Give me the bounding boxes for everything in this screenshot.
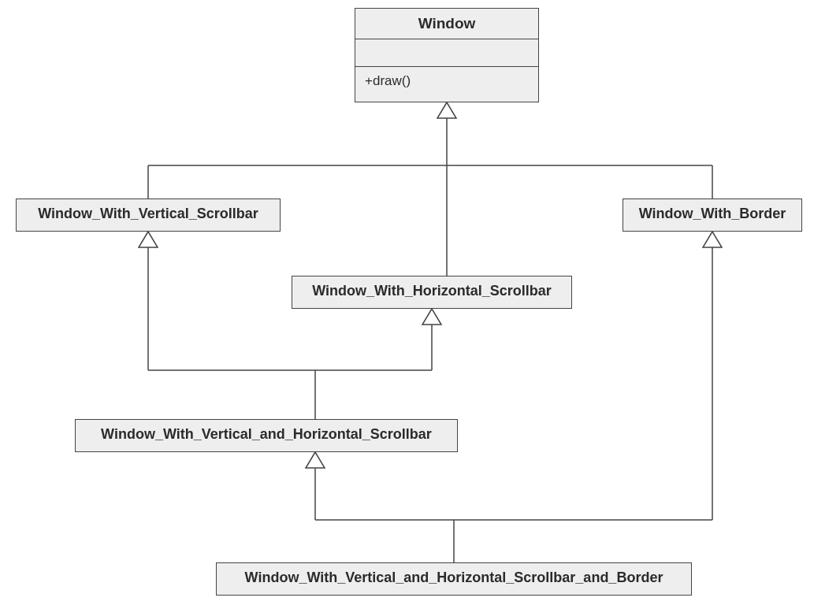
class-window: Window +draw() [355,8,539,102]
svg-marker-6 [139,232,158,247]
class-window-operations: +draw() [355,67,538,95]
class-border: Window_With_Border [623,199,802,232]
class-vh-scrollbar-title: Window_With_Vertical_and_Horizontal_Scro… [76,420,457,449]
class-vh-border-title: Window_With_Vertical_and_Horizontal_Scro… [217,563,691,592]
class-window-attributes [355,39,538,67]
class-horizontal-scrollbar-title: Window_With_Horizontal_Scrollbar [292,276,571,306]
svg-marker-5 [437,102,456,118]
class-vertical-scrollbar: Window_With_Vertical_Scrollbar [16,199,281,232]
class-vertical-and-horizontal-scrollbar: Window_With_Vertical_and_Horizontal_Scro… [75,419,458,452]
class-vertical-horizontal-scrollbar-and-border: Window_With_Vertical_and_Horizontal_Scro… [216,562,692,596]
class-window-title: Window [355,9,538,39]
svg-marker-16 [703,232,722,247]
svg-marker-13 [306,452,325,468]
class-vertical-scrollbar-title: Window_With_Vertical_Scrollbar [17,199,280,228]
uml-diagram: Window +draw() Window_With_Vertical_Scro… [0,0,840,616]
class-horizontal-scrollbar: Window_With_Horizontal_Scrollbar [292,276,572,309]
class-border-title: Window_With_Border [623,199,801,228]
svg-marker-10 [422,309,441,325]
